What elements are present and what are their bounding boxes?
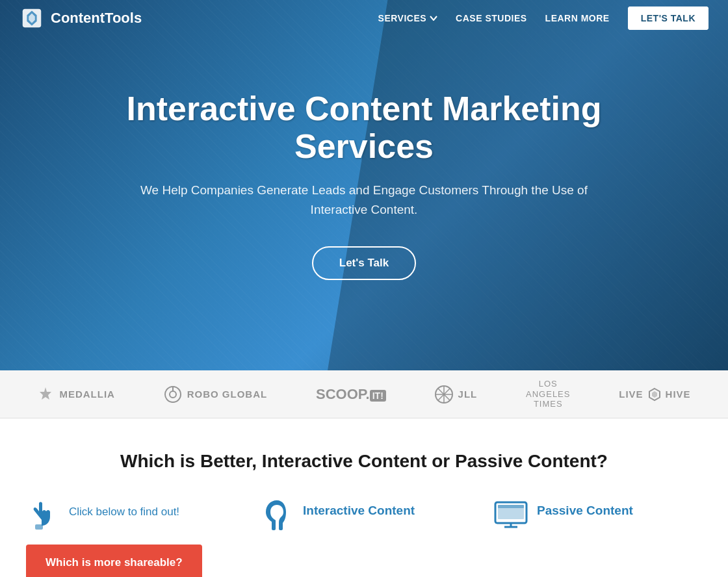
red-button-container: Which is more shareable?	[26, 545, 702, 577]
comparison-row: Click below to find out! Interactive Con…	[26, 498, 702, 532]
ear-icon	[260, 498, 294, 532]
nav-links: SERVICES CASE STUDIES LEARN MORE LET'S T…	[378, 12, 708, 24]
logo-jll: JLL	[435, 385, 478, 404]
svg-rect-18	[498, 505, 524, 508]
chevron-down-icon	[430, 16, 437, 21]
logo-robo-global: ROBO GLOBAL	[164, 385, 268, 404]
comparison-title: Which is Better, Interactive Content or …	[26, 451, 702, 472]
case-studies-link[interactable]: CASE STUDIES	[456, 13, 526, 23]
svg-point-15	[274, 509, 280, 515]
scoopit-label: Scoop.it!	[316, 386, 386, 403]
logo-icon	[20, 6, 44, 31]
jll-icon	[435, 385, 453, 404]
comparison-col-interactive: Interactive Content	[260, 498, 468, 532]
svg-marker-3	[40, 387, 51, 400]
svg-marker-13	[652, 391, 657, 398]
comparison-section: Which is Better, Interactive Content or …	[0, 418, 728, 577]
livehive-label: LIVE HIVE	[619, 387, 690, 402]
click-below-text: Click below to find out!	[69, 498, 179, 519]
logo-livehive: LIVE HIVE	[619, 387, 690, 402]
services-link[interactable]: SERVICES	[378, 13, 438, 23]
logo-medallia: MEDALLIA	[37, 386, 115, 403]
logo-lat: LosAngelesTimes	[526, 379, 570, 409]
interactive-content-label: Interactive Content	[303, 498, 415, 519]
shareable-button[interactable]: Which is more shareable?	[26, 545, 202, 577]
nav-item-cta[interactable]: LET'S TALK	[628, 12, 708, 24]
services-label: SERVICES	[378, 13, 427, 23]
nav-item-learn-more[interactable]: LEARN MORE	[545, 12, 610, 24]
brand-name: ContentTools	[51, 10, 142, 27]
svg-point-5	[170, 391, 176, 398]
hero-title: Interactive Content Marketing Services	[110, 90, 618, 164]
hero-cta-button[interactable]: Let's Talk	[312, 246, 416, 280]
comparison-col-click: Click below to find out!	[26, 498, 234, 532]
hero-content: Interactive Content Marketing Services W…	[98, 90, 630, 279]
logo-scoopit: Scoop.it!	[316, 386, 386, 403]
nav-item-services[interactable]: SERVICES	[378, 13, 438, 23]
lat-label: LosAngelesTimes	[526, 379, 570, 409]
hand-pointer-icon	[26, 498, 60, 532]
jll-label: JLL	[458, 389, 478, 400]
svg-rect-14	[35, 524, 43, 530]
medallia-label: MEDALLIA	[59, 389, 115, 400]
nav-item-case-studies[interactable]: CASE STUDIES	[456, 12, 526, 24]
navbar: ContentTools SERVICES CASE STUDIES LEARN…	[0, 0, 728, 36]
hero-subtitle: We Help Companies Generate Leads and Eng…	[110, 181, 618, 220]
hexagon-icon	[647, 387, 662, 402]
medallia-icon	[37, 386, 54, 403]
nav-cta-button[interactable]: LET'S TALK	[628, 6, 708, 30]
hero-section: Interactive Content Marketing Services W…	[0, 0, 728, 370]
logos-bar: MEDALLIA ROBO GLOBAL Scoop.it! JLL LosAn…	[0, 370, 728, 418]
comparison-col-passive: Passive Content	[494, 498, 702, 532]
passive-content-label: Passive Content	[537, 498, 633, 519]
robo-global-label: ROBO GLOBAL	[187, 389, 268, 400]
learn-more-link[interactable]: LEARN MORE	[545, 13, 610, 23]
brand-logo[interactable]: ContentTools	[20, 6, 142, 31]
robo-global-icon	[164, 385, 182, 404]
screen-icon	[494, 498, 528, 532]
